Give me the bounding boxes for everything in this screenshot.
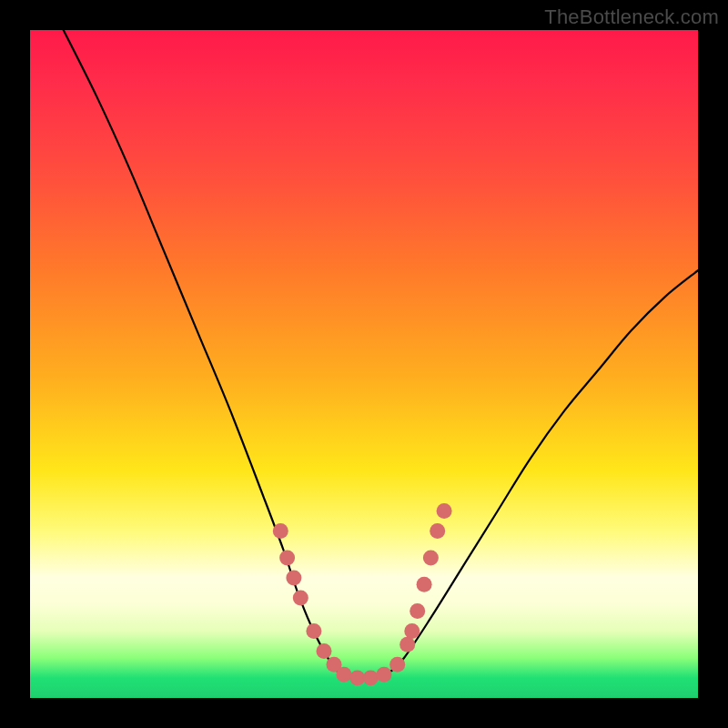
bottleneck-curve (64, 30, 698, 679)
curve-marker (273, 523, 288, 539)
curve-marker (437, 503, 452, 519)
curve-marker (363, 671, 379, 686)
curve-marker (377, 667, 392, 682)
curve-marker (306, 623, 321, 639)
curve-marker (410, 603, 425, 619)
curve-marker (399, 637, 415, 652)
marker-group (273, 503, 452, 686)
curve-marker (293, 590, 308, 605)
plot-area (30, 30, 698, 698)
curve-marker (337, 667, 352, 682)
curve-marker (279, 550, 295, 565)
curve-marker (317, 643, 332, 659)
curve-marker (286, 570, 301, 585)
chart-frame: TheBottleneck.com (0, 0, 728, 728)
curve-layer (30, 30, 698, 698)
watermark-text: TheBottleneck.com (544, 5, 719, 29)
curve-marker (349, 671, 365, 686)
curve-marker (404, 623, 420, 639)
curve-marker (423, 550, 439, 565)
curve-marker (389, 657, 405, 672)
curve-marker (417, 577, 432, 592)
curve-marker (430, 523, 445, 539)
